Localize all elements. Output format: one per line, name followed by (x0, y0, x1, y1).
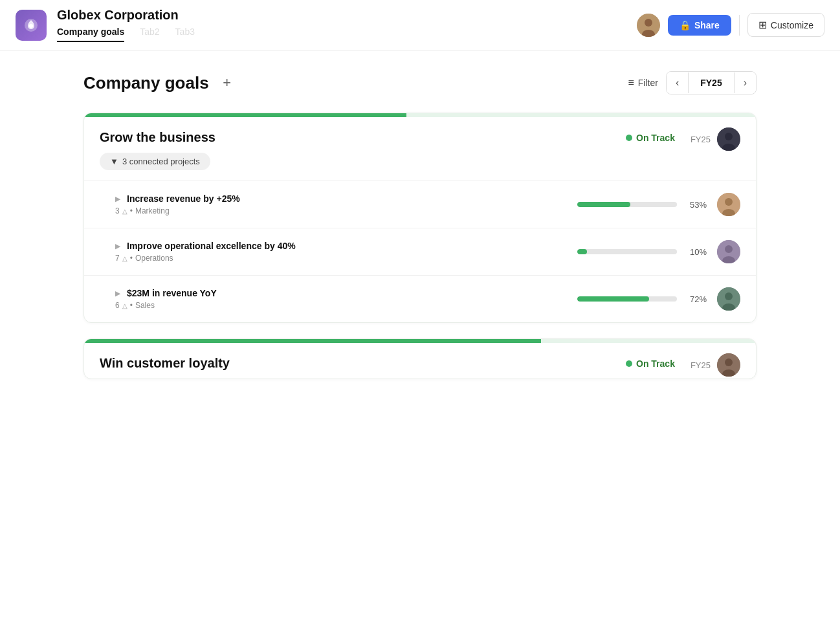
sub-goal-meta-1: 3 △ • Marketing (115, 206, 567, 215)
page-title-group: Company goals + (83, 72, 238, 93)
goal-period-1: FY25 (691, 135, 711, 144)
svg-point-15 (725, 292, 733, 300)
header-actions: 🔒 Share ⊞ Customize (637, 13, 824, 37)
goal-status-2: On Track (626, 358, 675, 369)
company-name: Globex Corporation (57, 8, 626, 23)
goal-avatar-2 (717, 353, 740, 377)
sub-goals-1: ▶ Increase revenue by +25% 3 △ • Marketi… (84, 181, 756, 322)
svg-point-6 (725, 133, 733, 140)
tab-company-goals[interactable]: Company goals (57, 27, 124, 42)
lock-icon: 🔒 (680, 20, 691, 30)
progress-track-1 (577, 202, 677, 207)
goal-card-1: Grow the business On Track ▼ 3 connected… (83, 113, 757, 323)
user-avatar[interactable] (637, 14, 660, 37)
progress-track-2 (577, 249, 677, 254)
chevron-right-icon-3: ▶ (115, 290, 120, 297)
customize-button[interactable]: ⊞ Customize (747, 13, 824, 37)
goal-top-right-1: FY25 (691, 117, 756, 151)
sub-goal-avatar-2 (717, 240, 740, 263)
sub-goal-row-1: ▶ Increase revenue by +25% 3 △ • Marketi… (84, 181, 756, 228)
period-label: FY25 (688, 72, 734, 93)
filter-button[interactable]: ≡ Filter (628, 77, 658, 89)
goal-title-1: Grow the business (100, 130, 216, 145)
sub-goal-info-1: ▶ Increase revenue by +25% 3 △ • Marketi… (115, 193, 567, 215)
page-header: Company goals + ≡ Filter ‹ FY25 › (83, 71, 757, 94)
grid-icon: ⊞ (758, 19, 767, 31)
chevron-down-icon: ▼ (110, 157, 118, 166)
goal-card-2: Win customer loyalty On Track FY25 (83, 338, 757, 379)
goal-header-1: Grow the business On Track (84, 117, 691, 153)
progress-fill-2 (577, 249, 587, 254)
goal-avatar-1 (717, 127, 740, 151)
sub-goal-meta-2: 7 △ • Operations (115, 254, 567, 263)
sub-goal-title-1: ▶ Increase revenue by +25% (115, 193, 567, 204)
goal-top-row-2: Win customer loyalty On Track FY25 (84, 343, 756, 379)
sub-goal-row-2: ▶ Improve operational excellence by 40% … (84, 228, 756, 276)
goal-top-right-2: FY25 (691, 343, 756, 377)
sub-goal-info-2: ▶ Improve operational excellence by 40% … (115, 241, 567, 263)
task-icon-2: △ (122, 255, 127, 262)
company-logo (16, 10, 47, 41)
sub-goal-avatar-1 (717, 193, 740, 216)
goal-status-1: On Track (626, 133, 675, 143)
progress-fill-1 (577, 202, 630, 207)
add-goal-button[interactable]: + (217, 72, 238, 93)
period-navigator: ‹ FY25 › (666, 71, 757, 94)
svg-point-3 (645, 19, 652, 27)
main-content: Company goals + ≡ Filter ‹ FY25 › Grow t… (32, 50, 808, 415)
task-icon-3: △ (122, 302, 127, 309)
page-title: Company goals (83, 73, 209, 93)
header-title-block: Globex Corporation Company goals Tab2 Ta… (57, 8, 626, 42)
page-controls: ≡ Filter ‹ FY25 › (628, 71, 757, 94)
sub-goal-info-3: ▶ $23M in revenue YoY 6 △ • Sales (115, 288, 567, 310)
chevron-right-icon-1: ▶ (115, 195, 120, 203)
svg-point-9 (725, 198, 733, 206)
period-next-button[interactable]: › (735, 72, 756, 94)
goal-header-2: Win customer loyalty On Track (84, 343, 691, 379)
tab-3[interactable]: Tab3 (175, 27, 195, 42)
svg-point-18 (725, 358, 733, 366)
status-dot-1 (626, 135, 632, 141)
progress-pct-3: 72% (683, 294, 707, 304)
sub-goal-meta-3: 6 △ • Sales (115, 301, 567, 310)
progress-track-3 (577, 296, 677, 302)
sub-goal-avatar-3 (717, 287, 740, 311)
connected-projects-button-1[interactable]: ▼ 3 connected projects (100, 153, 210, 170)
progress-pct-2: 10% (683, 247, 707, 257)
sub-goal-row-3: ▶ $23M in revenue YoY 6 △ • Sales 72% (84, 276, 756, 322)
goal-top-row-1: Grow the business On Track ▼ 3 connected… (84, 117, 756, 181)
header-tabs: Company goals Tab2 Tab3 (57, 27, 626, 42)
goal-top-left-2: Win customer loyalty On Track (84, 343, 691, 379)
sub-goal-title-2: ▶ Improve operational excellence by 40% (115, 241, 567, 251)
progress-fill-3 (577, 296, 649, 302)
goal-period-2: FY25 (691, 360, 711, 370)
filter-icon: ≡ (628, 77, 634, 89)
chevron-right-icon-2: ▶ (115, 243, 120, 250)
goal-title-2: Win customer loyalty (100, 356, 230, 371)
app-header: Globex Corporation Company goals Tab2 Ta… (0, 0, 840, 50)
svg-point-12 (725, 245, 733, 253)
goal-top-left-1: Grow the business On Track ▼ 3 connected… (84, 117, 691, 181)
sub-goal-title-3: ▶ $23M in revenue YoY (115, 288, 567, 298)
progress-pct-1: 53% (683, 200, 707, 210)
svg-point-1 (29, 24, 33, 28)
task-icon-1: △ (122, 208, 127, 215)
tab-2[interactable]: Tab2 (140, 27, 159, 42)
sub-goal-progress-2: 10% (577, 247, 707, 257)
share-button[interactable]: 🔒 Share (668, 15, 731, 36)
header-divider (739, 15, 740, 36)
period-prev-button[interactable]: ‹ (667, 72, 688, 94)
status-dot-2 (626, 360, 632, 367)
sub-goal-progress-3: 72% (577, 294, 707, 304)
sub-goal-progress-1: 53% (577, 200, 707, 210)
